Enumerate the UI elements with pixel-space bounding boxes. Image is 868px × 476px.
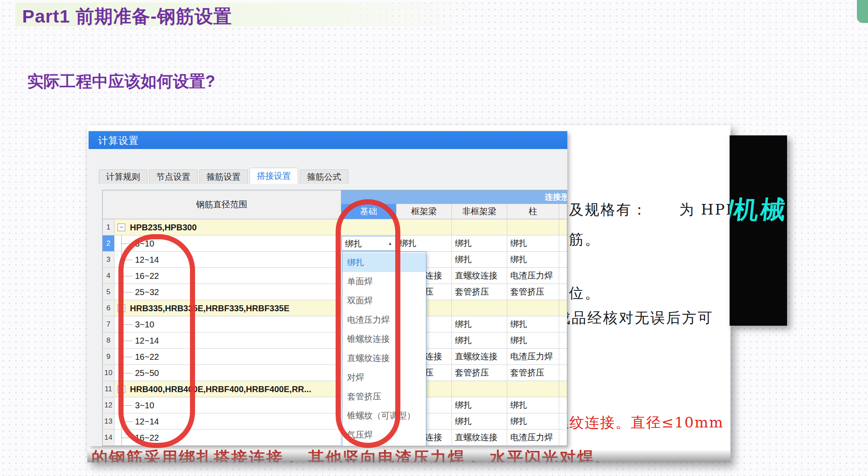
collapse-icon[interactable]: −: [118, 224, 125, 231]
cell-column[interactable]: 绑扎: [507, 413, 559, 430]
column-header-clipped: [559, 204, 567, 219]
cell-non-frame-beam[interactable]: [452, 300, 507, 316]
cell-non-frame-beam[interactable]: 绑扎: [452, 413, 507, 430]
annotation-circle-diameter-ranges: [118, 234, 195, 448]
slide-title: Part1 前期准备-钢筋设置: [22, 4, 232, 29]
column-header-non-frame-beam[interactable]: 非框架梁: [452, 204, 507, 219]
cell-clipped: [559, 316, 567, 333]
cell-clipped: [559, 430, 567, 446]
cell-frame-beam[interactable]: 绑扎: [397, 235, 452, 252]
slide-subtitle: 实际工程中应该如何设置?: [27, 71, 215, 92]
annotation-circle-foundation-column: [336, 199, 400, 448]
dialog-title: 计算设置: [98, 134, 139, 147]
diameter-range-cell[interactable]: −HPB235,HPB300: [115, 219, 341, 235]
slide: Part1 前期准备-钢筋设置 实际工程中应该如何设置? 及规格有： 为 HPB…: [0, 0, 868, 476]
page-text-wei: 位。: [569, 284, 601, 303]
cell-clipped: [559, 235, 567, 252]
row-number: 10: [103, 365, 115, 381]
cad-text: 机械: [732, 193, 787, 227]
column-header-column[interactable]: 柱: [507, 204, 559, 219]
cell-non-frame-beam[interactable]: 绑扎: [452, 235, 507, 252]
group-label: HPB235,HPB300: [130, 222, 197, 232]
cell-column[interactable]: [507, 300, 559, 316]
page-text-jin: 筋。: [569, 230, 601, 249]
tab-4[interactable]: 搭接设置: [250, 168, 298, 184]
cell-clipped: [559, 365, 567, 381]
dialog-tabs: 计算规则节点设置箍筋设置搭接设置箍筋公式: [99, 168, 348, 184]
cell-column[interactable]: 绑扎: [507, 397, 559, 413]
cell-column[interactable]: 绑扎: [507, 316, 559, 333]
tab-5[interactable]: 箍筋公式: [300, 169, 348, 184]
cell-clipped: [559, 381, 567, 397]
connection-band-label: 连接形式: [545, 192, 567, 203]
slide-corner-decoration: [857, 0, 868, 23]
cell-column[interactable]: 套管挤压: [507, 365, 559, 381]
tab-3[interactable]: 箍筋设置: [199, 169, 248, 184]
cell-non-frame-beam[interactable]: 直螺纹连接: [452, 430, 507, 446]
cell-clipped: [559, 252, 567, 268]
page-text-grade: 及规格有： 为 HPB235: [569, 200, 730, 220]
cell-non-frame-beam[interactable]: 绑扎: [452, 333, 507, 349]
cell-clipped: [559, 349, 567, 365]
row-number: 2: [103, 235, 115, 252]
page-bottom-shadow: [87, 450, 730, 462]
row-number: 9: [103, 349, 115, 365]
row-number: 3: [103, 252, 115, 268]
cell-clipped: [559, 219, 567, 235]
column-header-frame-beam[interactable]: 框架梁: [397, 204, 452, 219]
column-header-diameter-range: 钢筋直径范围: [103, 190, 341, 219]
cell-column[interactable]: 套管挤压: [507, 284, 559, 300]
cell-column[interactable]: [507, 381, 559, 397]
row-number: 5: [103, 284, 115, 300]
cell-clipped: [559, 413, 567, 430]
cell-non-frame-beam[interactable]: [452, 381, 507, 397]
table-row[interactable]: 1−HPB235,HPB300: [103, 219, 567, 235]
row-number: 1: [103, 219, 115, 235]
cell-column[interactable]: 电渣压力焊: [507, 268, 559, 284]
cell-column[interactable]: 绑扎: [507, 235, 559, 252]
dialog-titlebar[interactable]: 计算设置: [89, 131, 567, 149]
cell-column[interactable]: [507, 219, 559, 235]
row-number: 7: [103, 316, 115, 333]
cell-column[interactable]: 绑扎: [507, 333, 559, 349]
row-number: 8: [103, 333, 115, 349]
cell-non-frame-beam[interactable]: 套管挤压: [452, 365, 507, 381]
page-red-note: 螺纹连接。直径≤10mm: [554, 413, 724, 433]
cell-non-frame-beam[interactable]: [452, 219, 507, 235]
cell-non-frame-beam[interactable]: 绑扎: [452, 316, 507, 333]
tab-2[interactable]: 节点设置: [149, 169, 198, 184]
row-number: 12: [103, 397, 115, 413]
cell-clipped: [559, 397, 567, 413]
row-number: 14: [103, 430, 115, 446]
tab-1[interactable]: 计算规则: [99, 169, 147, 184]
cell-clipped: [559, 284, 567, 300]
row-number: 11: [103, 381, 115, 397]
page-text-check: 成品经核对无误后方可: [556, 308, 713, 328]
row-number: 6: [103, 300, 115, 316]
cell-clipped: [559, 333, 567, 349]
cell-column[interactable]: 电渣压力焊: [507, 430, 559, 446]
row-number: 4: [103, 268, 115, 284]
cell-non-frame-beam[interactable]: 直螺纹连接: [452, 349, 507, 365]
cell-clipped: [559, 268, 567, 284]
cell-non-frame-beam[interactable]: 绑扎: [452, 252, 507, 268]
cell-frame-beam[interactable]: [397, 219, 452, 235]
cell-non-frame-beam[interactable]: 套管挤压: [452, 284, 507, 300]
cell-non-frame-beam[interactable]: 直螺纹连接: [452, 268, 507, 284]
cell-column[interactable]: 绑扎: [507, 252, 559, 268]
cell-clipped: [559, 300, 567, 316]
cad-preview: 机械: [730, 135, 787, 326]
row-number: 13: [103, 413, 115, 430]
cell-non-frame-beam[interactable]: 绑扎: [452, 397, 507, 413]
cell-column[interactable]: 电渣压力焊: [507, 349, 559, 365]
